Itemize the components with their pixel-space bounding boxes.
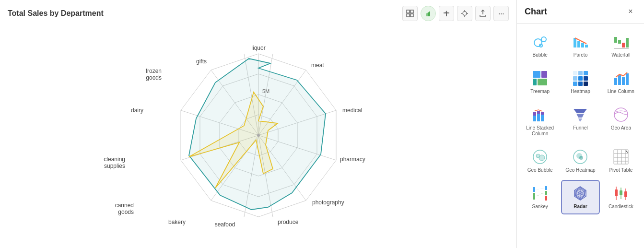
chart-type-pivot-table[interactable]: Pivot Table bbox=[602, 143, 640, 178]
svg-rect-43 bbox=[533, 79, 537, 85]
svg-marker-65 bbox=[576, 114, 584, 118]
svg-rect-2 bbox=[407, 14, 410, 17]
label-dairy: dairy bbox=[130, 107, 143, 114]
label-canned-goods-2: goods bbox=[118, 209, 134, 215]
chart-type-geo-heatmap[interactable]: Geo Heatmap bbox=[561, 143, 599, 178]
right-panel: Chart × Bubble Pareto bbox=[517, 0, 644, 248]
svg-rect-82 bbox=[533, 193, 535, 200]
svg-rect-52 bbox=[578, 82, 583, 86]
svg-rect-36 bbox=[614, 37, 617, 43]
label-seafood: seafood bbox=[214, 221, 235, 228]
svg-rect-39 bbox=[626, 38, 629, 47]
svg-rect-63 bbox=[541, 112, 544, 115]
label-pharmacy: pharmacy bbox=[340, 156, 365, 163]
table-icon bbox=[406, 10, 414, 17]
chart-type-pareto[interactable]: Pareto bbox=[561, 28, 599, 63]
svg-rect-98 bbox=[624, 191, 627, 197]
chart-view-button[interactable] bbox=[421, 6, 436, 21]
svg-rect-57 bbox=[626, 73, 629, 85]
panel-title: Chart bbox=[525, 7, 547, 17]
candlestick-label: Candlestick bbox=[609, 204, 633, 210]
label-cleaning-supplies-2: supplies bbox=[104, 163, 125, 169]
label-cleaning-supplies: cleaning bbox=[104, 156, 125, 163]
svg-rect-84 bbox=[545, 191, 547, 195]
chart-type-heatmap[interactable]: Heatmap bbox=[561, 65, 599, 99]
svg-rect-60 bbox=[537, 114, 540, 121]
label-meat: meat bbox=[311, 62, 324, 69]
chart-type-geo-area[interactable]: Geo Area bbox=[602, 101, 640, 142]
label-medical: medical bbox=[342, 107, 362, 114]
chart-type-bubble[interactable]: Bubble bbox=[521, 28, 559, 63]
line-column-label: Line Column bbox=[608, 89, 634, 94]
chart-type-grid: Bubble Pareto Waterfall bbox=[521, 28, 640, 214]
bubble-chart-icon bbox=[531, 33, 549, 50]
svg-rect-42 bbox=[541, 71, 547, 78]
svg-point-4 bbox=[463, 12, 467, 15]
heatmap-chart-icon bbox=[572, 70, 589, 87]
svg-rect-0 bbox=[407, 10, 410, 13]
sankey-chart-icon bbox=[531, 185, 549, 202]
chart-type-candlestick[interactable]: Candlestick bbox=[602, 180, 640, 214]
bubble-label: Bubble bbox=[533, 52, 548, 58]
label-bakery: bakery bbox=[168, 219, 185, 225]
svg-rect-48 bbox=[573, 76, 577, 81]
waterfall-label: Waterfall bbox=[611, 52, 630, 58]
svg-rect-51 bbox=[573, 82, 577, 86]
svg-rect-37 bbox=[618, 40, 621, 44]
svg-rect-38 bbox=[622, 43, 625, 47]
pareto-label: Pareto bbox=[574, 52, 587, 58]
svg-point-29 bbox=[534, 39, 542, 47]
label-frozen-goods: frozen bbox=[145, 68, 161, 74]
chart-type-waterfall[interactable]: Waterfall bbox=[602, 28, 640, 63]
chart-type-funnel[interactable]: Funnel bbox=[561, 101, 599, 142]
svg-marker-66 bbox=[578, 118, 582, 121]
chart-icon bbox=[424, 10, 432, 17]
label-liquor: liquor bbox=[251, 45, 265, 51]
theme-icon bbox=[461, 10, 468, 17]
funnel-label: Funnel bbox=[573, 125, 588, 131]
svg-rect-81 bbox=[533, 187, 535, 192]
svg-rect-46 bbox=[578, 71, 583, 75]
close-button[interactable]: × bbox=[625, 6, 636, 17]
panel-content: Bubble Pareto Waterfall bbox=[517, 24, 644, 248]
svg-rect-44 bbox=[538, 79, 547, 85]
more-button[interactable]: ··· bbox=[493, 6, 509, 21]
chart-type-line-stacked-column[interactable]: Line Stacked Column bbox=[521, 101, 559, 142]
label-gifts: gifts bbox=[196, 58, 206, 65]
svg-rect-85 bbox=[545, 196, 547, 201]
treemap-chart-icon bbox=[531, 70, 549, 87]
chart-type-treemap[interactable]: Treemap bbox=[521, 65, 559, 99]
theme-button[interactable] bbox=[457, 6, 472, 21]
svg-point-30 bbox=[541, 37, 546, 42]
geo-heatmap-chart-icon bbox=[572, 148, 589, 165]
svg-rect-41 bbox=[533, 71, 540, 78]
svg-rect-47 bbox=[584, 71, 588, 75]
svg-rect-56 bbox=[622, 77, 625, 85]
chart-type-radar[interactable]: Radar bbox=[561, 180, 599, 214]
svg-rect-32 bbox=[574, 38, 576, 47]
chart-type-line-column[interactable]: Line Column bbox=[602, 65, 640, 99]
pin-button[interactable] bbox=[439, 6, 454, 21]
svg-rect-83 bbox=[545, 186, 547, 190]
radar-chart-svg: 5M liquor meat medical pharmacy photogra… bbox=[95, 25, 422, 246]
main-area: Total Sales by Department bbox=[0, 0, 517, 248]
waterfall-chart-icon bbox=[612, 33, 630, 50]
chart-type-geo-bubble[interactable]: Geo Bubble bbox=[521, 143, 559, 178]
treemap-label: Treemap bbox=[530, 89, 550, 94]
svg-rect-74 bbox=[614, 150, 628, 164]
pin-icon bbox=[443, 10, 450, 17]
svg-rect-55 bbox=[618, 75, 621, 85]
export-button[interactable] bbox=[475, 6, 491, 21]
pivot-table-label: Pivot Table bbox=[609, 167, 632, 173]
geo-bubble-label: Geo Bubble bbox=[527, 167, 553, 173]
svg-rect-33 bbox=[577, 41, 580, 47]
svg-rect-49 bbox=[578, 76, 583, 81]
funnel-chart-icon bbox=[572, 106, 589, 123]
sankey-label: Sankey bbox=[532, 204, 548, 210]
table-view-button[interactable] bbox=[402, 6, 418, 21]
chart-type-sankey[interactable]: Sankey bbox=[521, 180, 559, 214]
geo-heatmap-label: Geo Heatmap bbox=[565, 167, 595, 173]
svg-rect-3 bbox=[410, 14, 413, 17]
header: Total Sales by Department bbox=[8, 6, 509, 21]
geo-area-chart-icon bbox=[612, 106, 630, 123]
